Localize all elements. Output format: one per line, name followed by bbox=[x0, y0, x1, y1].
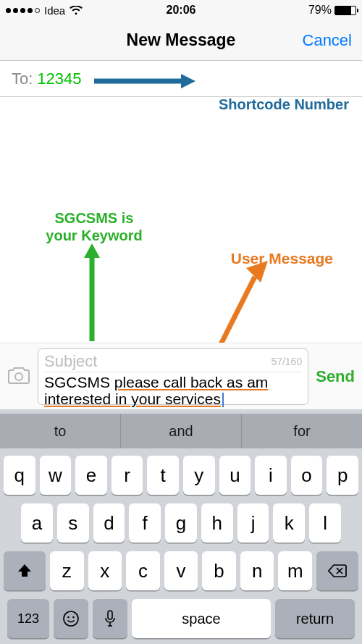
svg-rect-10 bbox=[108, 611, 112, 619]
key-y[interactable]: y bbox=[183, 456, 215, 495]
suggestion-row: to and for bbox=[0, 414, 362, 448]
subject-placeholder: Subject bbox=[44, 352, 97, 371]
message-area: Shortcode Number SGCSMS is your Keyword … bbox=[0, 97, 362, 409]
svg-marker-5 bbox=[246, 261, 268, 283]
key-123[interactable]: 123 bbox=[7, 599, 49, 638]
key-d[interactable]: d bbox=[93, 503, 125, 543]
page-title: New Message bbox=[127, 30, 236, 50]
emoji-icon bbox=[62, 610, 80, 627]
shift-icon bbox=[17, 563, 33, 579]
key-g[interactable]: g bbox=[165, 503, 197, 543]
mic-icon bbox=[104, 610, 116, 627]
key-shift[interactable] bbox=[4, 551, 46, 590]
suggestion-2[interactable]: and bbox=[121, 414, 242, 448]
keyboard: to and for q w e r t y u i o p a s d f bbox=[0, 409, 362, 644]
annotation-shortcode: Shortcode Number bbox=[219, 96, 349, 113]
key-b[interactable]: b bbox=[202, 551, 236, 590]
key-a[interactable]: a bbox=[21, 503, 53, 543]
key-row-4: 123 space return bbox=[4, 599, 358, 638]
message-input[interactable]: Subject 57/160 SGCSMS please call back a… bbox=[38, 348, 308, 405]
signal-dots-icon bbox=[6, 8, 40, 13]
key-row-2: a s d f g h j k l bbox=[4, 503, 358, 543]
cancel-button[interactable]: Cancel bbox=[303, 31, 352, 50]
key-v[interactable]: v bbox=[164, 551, 198, 590]
key-return[interactable]: return bbox=[275, 599, 355, 638]
arrow-keyword-icon bbox=[84, 243, 100, 345]
to-value: 12345 bbox=[37, 70, 81, 88]
key-e[interactable]: e bbox=[75, 456, 107, 495]
key-c[interactable]: c bbox=[126, 551, 160, 590]
battery-icon bbox=[334, 6, 356, 15]
key-o[interactable]: o bbox=[291, 456, 323, 495]
text-cursor-icon bbox=[222, 393, 224, 407]
key-u[interactable]: u bbox=[219, 456, 251, 495]
compose-row: Subject 57/160 SGCSMS please call back a… bbox=[0, 343, 362, 409]
backspace-icon bbox=[328, 564, 347, 578]
svg-marker-3 bbox=[84, 243, 100, 258]
key-p[interactable]: p bbox=[327, 456, 358, 495]
key-t[interactable]: t bbox=[147, 456, 179, 495]
key-n[interactable]: n bbox=[240, 551, 274, 590]
key-f[interactable]: f bbox=[129, 503, 161, 543]
key-row-1: q w e r t y u i o p bbox=[4, 456, 358, 495]
status-bar: Idea 20:06 79% bbox=[0, 0, 362, 20]
carrier-label: Idea bbox=[44, 4, 65, 17]
key-s[interactable]: s bbox=[57, 503, 89, 543]
battery-percent: 79% bbox=[308, 4, 332, 17]
nav-bar: New Message Cancel bbox=[0, 20, 362, 61]
key-w[interactable]: w bbox=[40, 456, 72, 495]
to-label: To: bbox=[12, 70, 33, 88]
wifi-icon bbox=[70, 6, 83, 15]
svg-marker-1 bbox=[181, 74, 195, 88]
key-k[interactable]: k bbox=[273, 503, 305, 543]
svg-point-9 bbox=[72, 616, 75, 619]
message-text: SGCSMS please call back as aminterested … bbox=[44, 372, 302, 408]
arrow-shortcode-icon bbox=[94, 74, 195, 88]
annotation-keyword: SGCSMS is your Keyword bbox=[36, 209, 152, 244]
key-r[interactable]: r bbox=[111, 456, 143, 495]
status-time: 20:06 bbox=[167, 4, 196, 17]
key-mic[interactable] bbox=[93, 599, 127, 638]
char-count: 57/160 bbox=[271, 356, 302, 367]
key-q[interactable]: q bbox=[4, 456, 35, 495]
key-i[interactable]: i bbox=[255, 456, 287, 495]
phone-screen: Idea 20:06 79% New Message Cancel To: 12… bbox=[0, 0, 362, 644]
key-row-3: z x c v b n m bbox=[4, 551, 358, 590]
key-x[interactable]: x bbox=[88, 551, 122, 590]
svg-point-7 bbox=[64, 611, 78, 626]
key-space[interactable]: space bbox=[132, 599, 271, 638]
key-j[interactable]: j bbox=[237, 503, 269, 543]
svg-point-8 bbox=[67, 616, 70, 619]
send-button[interactable]: Send bbox=[316, 367, 355, 386]
status-right: 79% bbox=[308, 4, 356, 17]
suggestion-1[interactable]: to bbox=[0, 414, 121, 448]
key-backspace[interactable] bbox=[316, 551, 358, 590]
key-m[interactable]: m bbox=[278, 551, 312, 590]
key-h[interactable]: h bbox=[201, 503, 233, 543]
key-z[interactable]: z bbox=[50, 551, 84, 590]
svg-point-6 bbox=[15, 373, 22, 380]
camera-icon[interactable] bbox=[7, 366, 30, 388]
suggestion-3[interactable]: for bbox=[242, 414, 362, 448]
key-emoji[interactable] bbox=[54, 599, 88, 638]
status-left: Idea bbox=[6, 4, 83, 17]
key-l[interactable]: l bbox=[309, 503, 341, 543]
